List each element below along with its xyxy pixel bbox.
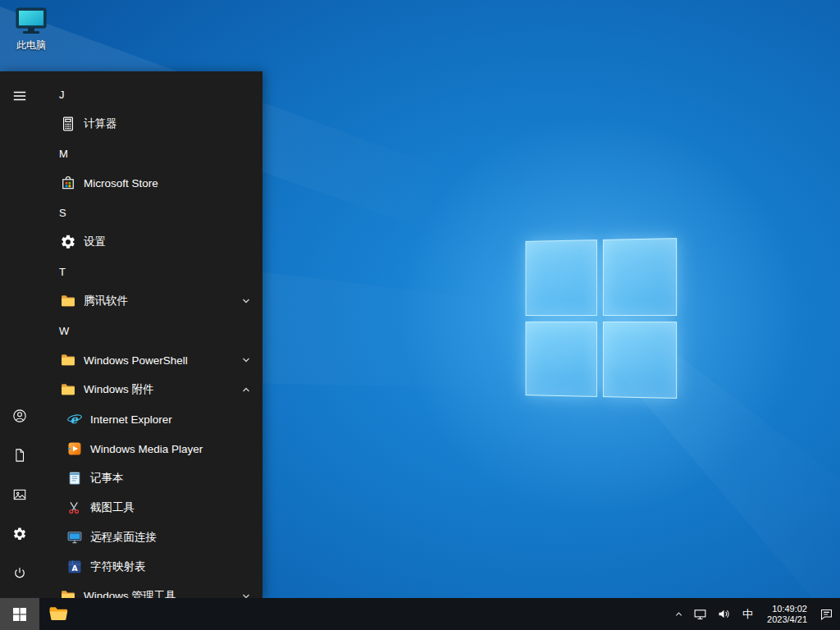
start-menu-item-label: 设置 xyxy=(84,235,106,249)
section-header-label: S xyxy=(59,207,66,219)
settings-button[interactable] xyxy=(0,514,39,554)
start-menu-item-label: Windows Media Player xyxy=(90,443,203,455)
chevron-up-icon xyxy=(241,385,251,395)
pictures-icon xyxy=(12,487,27,502)
ime-indicator[interactable]: 中 xyxy=(736,598,760,630)
windows-logo-pane xyxy=(602,238,677,315)
start-menu-item[interactable]: Windows Media Player xyxy=(39,434,262,463)
chevron-down-icon xyxy=(241,296,251,306)
section-header-label: T xyxy=(59,266,66,278)
section-header-label: W xyxy=(59,325,69,337)
windows-logo-pane xyxy=(526,240,597,315)
rail-bottom-group xyxy=(0,396,39,593)
start-menu-item-label: 远程桌面连接 xyxy=(90,530,157,545)
document-icon xyxy=(12,448,27,463)
svg-text:e: e xyxy=(71,413,79,426)
tray-date: 2023/4/21 xyxy=(767,614,807,625)
start-menu-list: J计算器MMicrosoft StoreS设置T腾讯软件WWindows Pow… xyxy=(39,71,262,598)
start-menu-item[interactable]: 计算器 xyxy=(39,109,262,139)
wallpaper-windows-logo xyxy=(526,238,678,399)
start-menu-folder[interactable]: Windows 管理工具 xyxy=(39,582,262,598)
start-menu-item-label: Windows 管理工具 xyxy=(84,589,176,598)
section-header-T[interactable]: T xyxy=(39,257,262,286)
windows-logo-pane xyxy=(602,322,677,399)
start-menu-item-label: 截图工具 xyxy=(90,500,135,515)
start-menu-item-label: Windows 附件 xyxy=(84,382,154,397)
documents-button[interactable] xyxy=(0,436,39,475)
file-explorer-button[interactable] xyxy=(39,598,78,630)
action-center-button[interactable] xyxy=(815,598,838,630)
desktop-icon-label: 此电脑 xyxy=(16,39,46,52)
section-header-M[interactable]: M xyxy=(39,139,262,168)
network-icon xyxy=(693,607,707,621)
hamburger-icon xyxy=(12,89,27,103)
section-header-J[interactable]: J xyxy=(39,80,262,109)
system-tray: 中 10:49:02 2023/4/21 xyxy=(669,598,840,630)
tray-clock[interactable]: 10:49:02 2023/4/21 xyxy=(760,598,815,630)
section-header-label: M xyxy=(59,148,68,160)
start-menu-rail xyxy=(0,71,39,598)
start-menu-item[interactable]: 设置 xyxy=(39,227,262,257)
chevron-down-icon xyxy=(241,355,251,365)
start-menu: J计算器MMicrosoft StoreS设置T腾讯软件WWindows Pow… xyxy=(0,71,262,598)
desktop-icon-this-pc[interactable]: 此电脑 xyxy=(5,7,57,52)
folder-icon xyxy=(59,292,77,310)
wmp-icon xyxy=(66,440,84,458)
start-button[interactable] xyxy=(0,598,39,630)
start-menu-folder[interactable]: Windows PowerShell xyxy=(39,345,262,375)
gear-icon xyxy=(12,527,27,541)
volume-icon xyxy=(717,607,731,621)
section-header-W[interactable]: W xyxy=(39,316,262,345)
calculator-icon xyxy=(59,115,77,133)
start-menu-item[interactable]: A字符映射表 xyxy=(39,552,262,582)
volume-button[interactable] xyxy=(712,598,736,630)
start-menu-item-label: 记事本 xyxy=(90,471,124,486)
user-icon xyxy=(12,409,27,423)
start-menu-folder[interactable]: 腾讯软件 xyxy=(39,286,262,316)
monitor-icon xyxy=(15,7,48,36)
rdp-icon xyxy=(66,528,84,546)
pictures-button[interactable] xyxy=(0,475,39,514)
taskbar-apps xyxy=(39,598,78,630)
windows-logo-icon xyxy=(13,608,26,621)
chevron-up-icon xyxy=(674,609,683,619)
start-menu-item[interactable]: 截图工具 xyxy=(39,493,262,523)
rail-top-group xyxy=(0,76,39,116)
start-menu-item[interactable]: 远程桌面连接 xyxy=(39,523,262,552)
start-menu-item-label: Windows PowerShell xyxy=(84,354,188,367)
chevron-down-icon xyxy=(241,591,251,598)
start-menu-folder[interactable]: Windows 附件 xyxy=(39,375,262,404)
desktop: 此电脑 J计算器MMicrosoft StoreS设置T腾讯软件WWindows… xyxy=(0,0,840,630)
snipping-icon xyxy=(66,499,84,517)
start-menu-item-label: Internet Explorer xyxy=(90,413,172,426)
start-menu-item-label: Microsoft Store xyxy=(84,177,158,189)
power-button[interactable] xyxy=(0,554,39,593)
tray-time: 10:49:02 xyxy=(772,604,807,614)
start-menu-item-label: 字符映射表 xyxy=(90,559,146,574)
notepad-icon xyxy=(66,469,84,487)
folder-icon xyxy=(59,351,77,369)
svg-text:A: A xyxy=(71,564,78,573)
folder-icon xyxy=(59,381,77,399)
power-icon xyxy=(12,566,27,581)
menu-expand-button[interactable] xyxy=(0,76,39,116)
start-menu-item-label: 计算器 xyxy=(84,116,117,131)
action-center-icon xyxy=(819,607,833,621)
gear-icon xyxy=(59,233,77,251)
store-icon xyxy=(59,174,77,192)
ie-icon: e xyxy=(66,410,84,428)
taskbar: 中 10:49:02 2023/4/21 xyxy=(0,598,840,630)
folder-icon xyxy=(59,587,77,598)
start-menu-item[interactable]: 记事本 xyxy=(39,463,262,493)
section-header-S[interactable]: S xyxy=(39,198,262,227)
windows-logo-pane xyxy=(526,321,597,396)
account-button[interactable] xyxy=(0,396,39,436)
start-menu-item[interactable]: eInternet Explorer xyxy=(39,404,262,434)
explorer-icon xyxy=(48,605,69,623)
start-menu-item[interactable]: Microsoft Store xyxy=(39,168,262,198)
charmap-icon: A xyxy=(66,558,84,576)
tray-expand-button[interactable] xyxy=(669,598,688,630)
section-header-label: J xyxy=(59,89,65,101)
start-menu-item-label: 腾讯软件 xyxy=(84,294,128,308)
network-button[interactable] xyxy=(688,598,712,630)
